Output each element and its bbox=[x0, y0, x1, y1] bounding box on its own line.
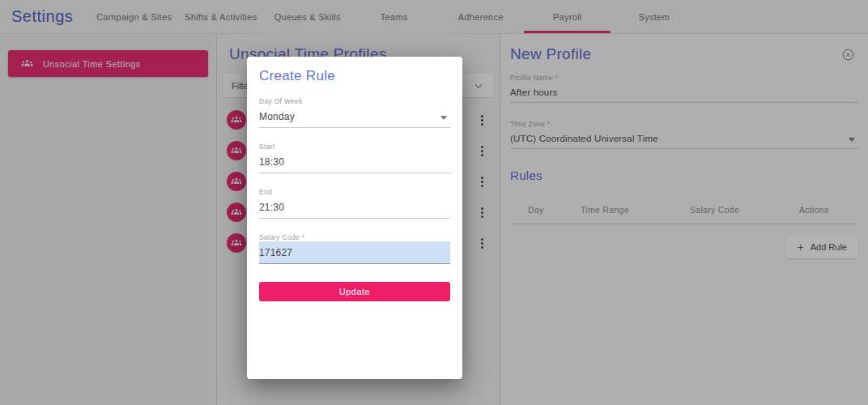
day-of-week-label: Day Of Week bbox=[259, 97, 450, 105]
start-label: Start bbox=[259, 143, 450, 151]
day-of-week-select[interactable]: Monday bbox=[259, 105, 450, 128]
salary-code-field[interactable]: Salary Code * 171627 bbox=[259, 233, 450, 264]
end-label: End bbox=[259, 188, 450, 196]
create-rule-modal: Create Rule Day Of Week Monday Start 18:… bbox=[247, 57, 462, 379]
day-of-week-field[interactable]: Day Of Week Monday bbox=[259, 97, 450, 128]
start-input[interactable]: 18:30 bbox=[259, 151, 450, 173]
salary-code-label: Salary Code * bbox=[259, 233, 450, 241]
end-field[interactable]: End 21:30 bbox=[259, 188, 450, 219]
dropdown-arrow-icon bbox=[440, 116, 447, 120]
end-input[interactable]: 21:30 bbox=[259, 196, 450, 219]
start-field[interactable]: Start 18:30 bbox=[259, 143, 450, 173]
create-rule-title: Create Rule bbox=[259, 68, 450, 84]
app-window: Settings Campaign & Sites Shifts & Activ… bbox=[0, 0, 868, 405]
update-button[interactable]: Update bbox=[259, 282, 450, 301]
day-of-week-value: Monday bbox=[259, 111, 295, 122]
salary-code-input[interactable]: 171627 bbox=[259, 241, 450, 264]
